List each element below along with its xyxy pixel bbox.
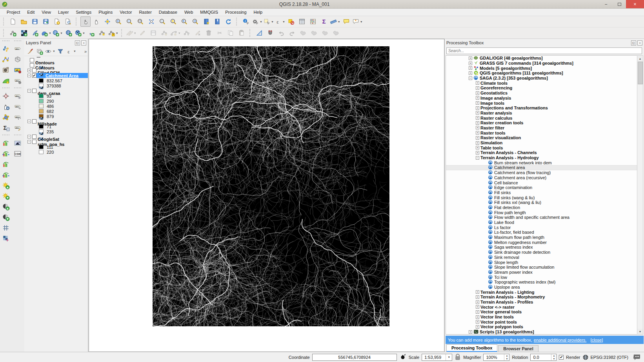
add-wfs-layer-icon[interactable]: ▼ [75,28,85,38]
enable-providers-link[interactable]: enable additional providers. [534,338,587,342]
expander-icon[interactable]: + [476,91,479,95]
menu-raster[interactable]: Raster [135,9,155,15]
toolbox-algorithm[interactable]: Flat detection [446,205,637,210]
chevron-down-icon[interactable]: ▼ [178,32,181,35]
add-delimited-layer-icon[interactable] [30,28,40,38]
coordinate-capture-icon[interactable] [1,91,11,101]
map-tips-icon[interactable] [341,16,351,27]
scale-combo[interactable]: 1:53,959 ▼ [422,354,452,361]
georeferencer-icon[interactable] [1,65,11,75]
layer-checkbox[interactable] [32,89,36,93]
toolbox-tree-item[interactable]: +Raster tools [446,130,637,135]
chevron-down-icon[interactable]: ▼ [360,20,363,23]
layer-checkbox[interactable] [30,63,34,67]
toolbox-tree-item[interactable]: +QGIS geoalgorithms [111 geoalgorithms] [446,71,637,76]
chevron-down-icon[interactable]: ▼ [338,20,340,23]
layer-row[interactable]: −srtm_poa_hs [24,139,88,144]
toolbox-tree-item[interactable]: +Projections and Transformations [446,106,637,111]
toolbox-scrollbar[interactable]: ▲ ▼ [637,55,643,335]
toolbox-algorithm[interactable]: Sink drainage route detection [446,250,637,255]
zoom-to-selection-icon[interactable] [168,16,178,27]
toolbox-tree-item[interactable]: +Scripts [13 geoalgorithms] [446,329,637,335]
toolbox-algorithm[interactable]: Catchment area (flow tracing) [446,170,637,175]
expander-icon[interactable]: + [476,146,479,149]
menu-processing[interactable]: Processing [222,9,250,15]
field-calculator-icon[interactable] [308,16,318,27]
save-project-icon[interactable] [30,16,40,27]
magnifier-spinbox[interactable]: 100% ▲▼ [483,354,509,361]
spin-down-icon[interactable]: ▼ [504,357,509,360]
scrollbar-thumb[interactable] [638,62,643,84]
map-canvas-area[interactable] [89,39,444,352]
menu-project[interactable]: Project [3,9,24,15]
layer-row[interactable]: −Hillshade [24,119,88,124]
toolbox-tree-item[interactable]: +Image analysis [446,96,637,101]
layer-checkbox[interactable] [32,119,36,124]
chevron-down-icon[interactable]: ▼ [116,32,118,35]
toolbox-tree-item[interactable]: +Terrain Analysis - Morphometry [446,295,637,300]
toolbox-tree-item[interactable]: +Raster filter [446,126,637,131]
expander-icon[interactable]: + [476,111,479,115]
toolbox-algorithm[interactable]: Slope limited flow accumulation [446,265,637,270]
add-spatialite-layer-icon[interactable]: ▼ [52,28,63,38]
expander-icon[interactable]: − [27,74,31,77]
expander-icon[interactable]: + [27,69,31,72]
toolbox-algorithm[interactable]: Sink removal [446,255,637,260]
close-panel-icon[interactable]: × [81,40,86,45]
toolbox-tree-item[interactable]: +Terrain Analysis - Profiles [446,300,637,305]
zoom-full-icon[interactable] [146,16,156,27]
snapping-icon[interactable] [265,28,275,38]
deselect-icon[interactable] [286,16,296,27]
3d-view-icon[interactable] [13,54,23,65]
manage-visibility-icon[interactable]: ▼ [45,47,55,56]
menu-view[interactable]: View [38,9,55,15]
menu-database[interactable]: Database [155,9,181,15]
raster-select-icon[interactable] [1,233,11,244]
python-console-icon[interactable] [1,44,11,54]
expander-icon[interactable]: + [476,300,479,304]
expander-icon[interactable]: + [469,62,472,65]
layer-checkbox[interactable] [30,58,34,62]
zoom-out-icon[interactable] [124,16,135,27]
spin-up-icon[interactable]: ▲ [551,354,556,357]
toolbox-algorithm[interactable]: Catchment area [446,165,637,170]
add-postgis-layer-icon[interactable]: ▼ [41,28,51,38]
save-project-as-icon[interactable] [41,16,51,27]
layer-row[interactable]: −✔Catchment Area [24,73,88,78]
brightness-down-icon[interactable]: ▼ [1,191,11,201]
minimize-button[interactable]: − [599,0,613,8]
toolbox-algorithm[interactable]: Slope length [446,260,637,265]
toolbox-tree-item[interactable]: +Vector line tools [446,315,637,320]
toolbox-tree-item[interactable]: +GRASS GIS 7 commands [314 geoalgorithms… [446,61,637,66]
new-geopackage-layer-icon[interactable]: *▼ [108,28,118,38]
new-bookmark-icon[interactable] [201,16,211,27]
label-edit-icon[interactable]: abc [13,122,23,133]
pan-map-icon[interactable] [91,16,102,27]
open-project-icon[interactable] [19,16,29,27]
crs-status-button[interactable]: EPSG:31982 (OTF) [582,354,628,360]
annotation-icon[interactable]: *▼ [352,16,363,27]
chevron-down-icon[interactable]: ▼ [282,20,285,23]
add-vector-layer-icon[interactable] [8,28,18,38]
toolbox-tree-item[interactable]: +Table tools [446,145,637,150]
osm-tools-icon[interactable] [1,101,11,112]
new-shapefile-layer-icon[interactable] [97,28,107,38]
restore-button[interactable] [613,0,626,8]
chevron-down-icon[interactable]: ▼ [260,20,262,23]
expander-icon[interactable]: + [469,71,472,75]
menu-help[interactable]: Help [250,9,266,15]
toolbox-algorithm[interactable]: Ls-factor, field based [446,230,637,235]
new-project-icon[interactable] [8,16,18,27]
toolbox-algorithm[interactable]: Fill sinks (wang & liu) [446,195,637,200]
toolbox-algorithm[interactable]: Maximum flow path length [446,235,637,240]
expander-icon[interactable]: − [27,140,31,144]
toolbox-algorithm[interactable]: Edge contamination [446,185,637,190]
expander-icon[interactable]: + [476,315,479,319]
expander-icon[interactable]: + [476,320,479,324]
menu-mmqgis[interactable]: MMQGIS [196,9,222,15]
chevron-down-icon[interactable]: ▼ [446,354,452,360]
expander-icon[interactable]: + [476,305,479,309]
toolbox-algorithm[interactable]: Tci low [446,275,637,280]
expander-icon[interactable]: + [476,86,479,90]
expander-icon[interactable]: + [469,330,472,334]
